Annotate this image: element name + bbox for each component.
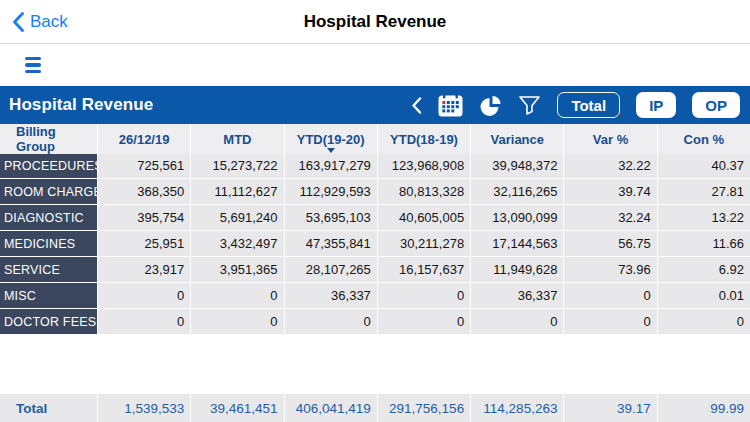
- cell-proceedures-variance: 39,948,372: [471, 153, 563, 178]
- total-label: Total: [0, 394, 97, 422]
- cell-diagnostic-ytd-19-20: 53,695,103: [285, 205, 377, 230]
- back-label: Back: [30, 12, 68, 32]
- column-header-ytd-18-19[interactable]: YTD(18-19): [378, 124, 470, 154]
- cell-proceedures-mtd: 15,273,722: [191, 153, 283, 178]
- table-body: PROCEEDURES725,56115,273,722163,917,2791…: [0, 153, 750, 334]
- cell-doctor-fees-ytd-19-20: 0: [285, 309, 377, 334]
- cell-diagnostic-variance: 13,090,099: [471, 205, 563, 230]
- cell-room-charges-26-12-19: 368,350: [98, 179, 190, 204]
- pie-chart-icon[interactable]: [479, 94, 502, 117]
- column-header-label: 26/12/19: [119, 132, 170, 147]
- cell-service-mtd: 3,951,365: [191, 257, 283, 282]
- cell-room-charges-ytd-18-19: 80,813,328: [378, 179, 470, 204]
- row-header-proceedures[interactable]: PROCEEDURES: [0, 153, 97, 178]
- column-header-label: Var %: [593, 132, 628, 147]
- cell-service-26-12-19: 23,917: [98, 257, 190, 282]
- cell-doctor-fees-variance: 0: [471, 309, 563, 334]
- cell-service-con: 6.92: [658, 257, 750, 282]
- cell-diagnostic-con: 13.22: [658, 205, 750, 230]
- calendar-icon[interactable]: [438, 94, 463, 117]
- cell-room-charges-var: 39.74: [564, 179, 656, 204]
- menu-icon[interactable]: [25, 57, 41, 74]
- cell-misc-mtd: 0: [191, 283, 283, 308]
- cell-misc-26-12-19: 0: [98, 283, 190, 308]
- column-header-mtd[interactable]: MTD: [191, 124, 283, 154]
- back-chevron-icon: [12, 12, 24, 32]
- app-screen: Back Hospital Revenue Hospital Revenue: [0, 0, 750, 422]
- total-con: 99.99: [658, 394, 750, 422]
- total-ytd-19-20: 406,041,419: [285, 394, 377, 422]
- total-var: 39.17: [564, 394, 656, 422]
- cell-medicines-con: 11.66: [658, 231, 750, 256]
- menu-bar: [0, 44, 750, 86]
- table-footer-spacer: [0, 334, 750, 394]
- column-header-con[interactable]: Con %: [658, 124, 750, 154]
- column-header-billing-group[interactable]: Billing Group: [0, 124, 97, 154]
- cell-diagnostic-26-12-19: 395,754: [98, 205, 190, 230]
- cell-service-variance: 11,949,628: [471, 257, 563, 282]
- cell-doctor-fees-mtd: 0: [191, 309, 283, 334]
- ip-filter-button[interactable]: IP: [636, 92, 676, 118]
- back-button[interactable]: Back: [12, 12, 68, 32]
- total-variance: 114,285,263: [471, 394, 563, 422]
- cell-doctor-fees-ytd-18-19: 0: [378, 309, 470, 334]
- cell-room-charges-variance: 32,116,265: [471, 179, 563, 204]
- row-header-misc[interactable]: MISC: [0, 283, 97, 308]
- row-header-room-charges[interactable]: ROOM CHARGES: [0, 179, 97, 204]
- cell-medicines-mtd: 3,432,497: [191, 231, 283, 256]
- cell-diagnostic-var: 32.24: [564, 205, 656, 230]
- cell-diagnostic-mtd: 5,691,240: [191, 205, 283, 230]
- cell-proceedures-con: 40.37: [658, 153, 750, 178]
- cell-medicines-26-12-19: 25,951: [98, 231, 190, 256]
- column-header-ytd-19-20[interactable]: YTD(19-20): [285, 124, 377, 154]
- sort-desc-icon: [327, 148, 335, 153]
- cell-medicines-ytd-19-20: 47,355,841: [285, 231, 377, 256]
- total-26-12-19: 1,539,533: [98, 394, 190, 422]
- cell-service-ytd-18-19: 16,157,637: [378, 257, 470, 282]
- row-header-diagnostic[interactable]: DIAGNOSTIC: [0, 205, 97, 230]
- cell-misc-variance: 36,337: [471, 283, 563, 308]
- column-header-label: YTD(18-19): [390, 132, 458, 147]
- column-header-label: Billing Group: [16, 124, 97, 154]
- collapse-chevron-icon[interactable]: [411, 97, 422, 114]
- row-header-medicines[interactable]: MEDICINES: [0, 231, 97, 256]
- cell-doctor-fees-con: 0: [658, 309, 750, 334]
- column-header-label: Variance: [491, 132, 545, 147]
- filter-icon[interactable]: [518, 95, 541, 116]
- cell-misc-var: 0: [564, 283, 656, 308]
- row-header-service[interactable]: SERVICE: [0, 257, 97, 282]
- cell-medicines-variance: 17,144,563: [471, 231, 563, 256]
- cell-misc-ytd-18-19: 0: [378, 283, 470, 308]
- column-header-label: Con %: [684, 132, 724, 147]
- cell-proceedures-var: 32.22: [564, 153, 656, 178]
- page-title: Hospital Revenue: [0, 12, 750, 32]
- row-header-doctor-fees[interactable]: DOCTOR FEES: [0, 309, 97, 334]
- report-toolbar: Total IP OP: [411, 92, 740, 118]
- total-mtd: 39,461,451: [191, 394, 283, 422]
- cell-medicines-var: 56.75: [564, 231, 656, 256]
- total-ytd-18-19: 291,756,156: [378, 394, 470, 422]
- report-title: Hospital Revenue: [9, 95, 153, 115]
- cell-room-charges-mtd: 11,112,627: [191, 179, 283, 204]
- cell-proceedures-ytd-18-19: 123,968,908: [378, 153, 470, 178]
- total-filter-button[interactable]: Total: [557, 92, 620, 118]
- cell-service-var: 73.96: [564, 257, 656, 282]
- cell-room-charges-con: 27.81: [658, 179, 750, 204]
- column-header-var[interactable]: Var %: [564, 124, 656, 154]
- cell-room-charges-ytd-19-20: 112,929,593: [285, 179, 377, 204]
- table-total-row: Total1,539,53339,461,451406,041,419291,7…: [0, 394, 750, 422]
- column-header-26-12-19[interactable]: 26/12/19: [98, 124, 190, 154]
- column-header-label: YTD(19-20): [297, 132, 365, 147]
- top-nav-bar: Back Hospital Revenue: [0, 0, 750, 44]
- cell-service-ytd-19-20: 28,107,265: [285, 257, 377, 282]
- cell-doctor-fees-26-12-19: 0: [98, 309, 190, 334]
- column-header-variance[interactable]: Variance: [471, 124, 563, 154]
- cell-proceedures-26-12-19: 725,561: [98, 153, 190, 178]
- cell-diagnostic-ytd-18-19: 40,605,005: [378, 205, 470, 230]
- column-header-label: MTD: [223, 132, 251, 147]
- cell-misc-con: 0.01: [658, 283, 750, 308]
- cell-misc-ytd-19-20: 36,337: [285, 283, 377, 308]
- cell-medicines-ytd-18-19: 30,211,278: [378, 231, 470, 256]
- op-filter-button[interactable]: OP: [692, 92, 740, 118]
- table-header-row: Billing Group26/12/19MTDYTD(19-20)YTD(18…: [0, 124, 750, 152]
